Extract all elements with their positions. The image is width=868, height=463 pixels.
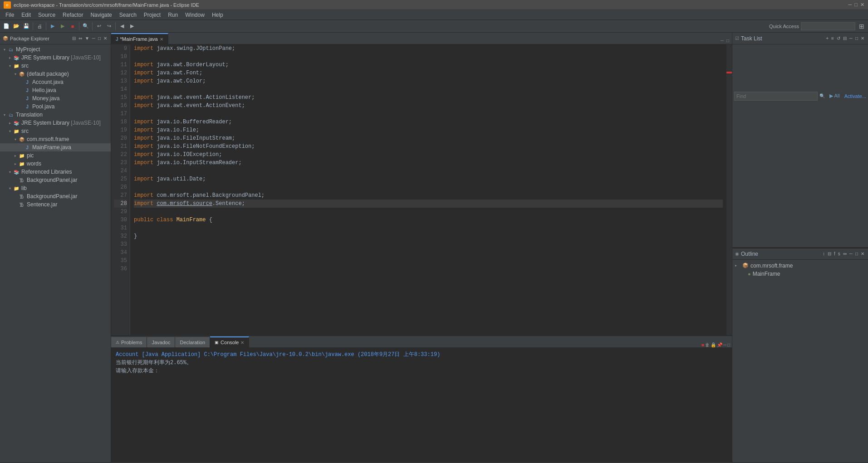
- menu-project[interactable]: Project: [140, 11, 164, 19]
- link-editor-btn[interactable]: ⇔: [78, 35, 83, 41]
- expand-default-pkg[interactable]: [13, 71, 18, 77]
- task-maximize-btn[interactable]: □: [854, 35, 859, 41]
- expand-lib[interactable]: [7, 185, 13, 191]
- stop-btn[interactable]: ■: [68, 22, 77, 31]
- outline-close-btn[interactable]: ✕: [860, 251, 865, 257]
- tree-item-account[interactable]: J Account.java: [0, 78, 111, 86]
- menu-search[interactable]: Search: [116, 11, 140, 19]
- outline-collapse-btn[interactable]: ⊟: [827, 251, 832, 257]
- tab-mainframe-java[interactable]: J *MainFrame.java ✕: [111, 33, 168, 44]
- outline-hide-fields-btn[interactable]: f: [833, 251, 836, 257]
- tree-item-translation[interactable]: 🗂 Translation: [0, 111, 111, 119]
- debug-btn[interactable]: ▶: [48, 22, 57, 31]
- expand-jre-translation[interactable]: [7, 120, 13, 126]
- tree-item-jre-myproject[interactable]: 📚 JRE System Library [JavaSE-10]: [0, 54, 111, 62]
- task-close-btn[interactable]: ✕: [860, 35, 865, 41]
- tab-console[interactable]: ▣ Console ✕: [210, 336, 249, 347]
- outline-item-package[interactable]: ▸ 📦 com.mrsoft.frame: [735, 262, 865, 270]
- tab-console-close[interactable]: ✕: [240, 340, 244, 345]
- tree-item-src-myproject[interactable]: 📁 src: [0, 62, 111, 70]
- tab-problems[interactable]: ⚠ Problems: [111, 336, 147, 347]
- tree-item-money[interactable]: J Money.java: [0, 94, 111, 102]
- search-btn[interactable]: 🔍: [81, 22, 90, 31]
- minimize-editor-btn[interactable]: ─: [720, 37, 725, 44]
- maximize-editor-btn[interactable]: □: [726, 37, 730, 44]
- task-find-input[interactable]: [734, 92, 818, 101]
- tree-item-words[interactable]: 📁 words: [0, 160, 111, 168]
- expand-src-translation[interactable]: [7, 128, 13, 134]
- minimize-btn[interactable]: ─: [848, 2, 852, 8]
- tree-item-ref-libraries[interactable]: 📚 Referenced Libraries: [0, 168, 111, 176]
- tree-item-bgpanel-jar-ref[interactable]: 🗜 BackgroundPanel.jar: [0, 176, 111, 184]
- menu-navigate[interactable]: Navigate: [87, 11, 115, 19]
- expand-pic[interactable]: [13, 153, 18, 158]
- tree-item-hello[interactable]: J Hello.java: [0, 86, 111, 94]
- expand-com-mrsoft-frame[interactable]: [13, 136, 18, 142]
- minimize-panel-btn[interactable]: ─: [91, 35, 96, 41]
- task-collapse-btn[interactable]: ⊟: [842, 35, 848, 41]
- prev-btn[interactable]: ◀: [118, 22, 127, 31]
- tree-item-pic[interactable]: 📁 pic: [0, 151, 111, 160]
- print-btn[interactable]: 🖨: [35, 22, 44, 31]
- menu-refactor[interactable]: Refactor: [59, 11, 87, 19]
- outline-sort-btn[interactable]: ↕: [822, 251, 826, 257]
- maximize-bottom-btn[interactable]: □: [727, 342, 730, 347]
- close-panel-btn[interactable]: ✕: [103, 35, 108, 41]
- undo-btn[interactable]: ↩: [94, 22, 103, 31]
- tree-item-myproject[interactable]: 🗂 MyProject: [0, 45, 111, 54]
- task-filter-btn[interactable]: ≡: [830, 35, 835, 41]
- outline-hide-static-btn[interactable]: s: [837, 251, 841, 257]
- menu-edit[interactable]: Edit: [18, 11, 34, 19]
- scroll-lock-btn[interactable]: 🔒: [711, 342, 716, 347]
- outline-maximize-btn[interactable]: □: [854, 251, 859, 257]
- menu-source[interactable]: Source: [34, 11, 59, 19]
- minimize-bottom-btn[interactable]: ─: [723, 342, 726, 347]
- tab-close-mainframe[interactable]: ✕: [160, 37, 163, 42]
- task-minimize-btn[interactable]: ─: [848, 35, 853, 41]
- perspectives-btn[interactable]: ⊞: [857, 22, 866, 31]
- quick-access-input[interactable]: [801, 22, 855, 30]
- tab-declaration[interactable]: Declaration: [175, 336, 210, 347]
- expand-jre-myproject[interactable]: [7, 55, 13, 60]
- tree-item-com-mrsoft-frame[interactable]: 📦 com.mrsoft.frame: [0, 135, 111, 143]
- outline-item-mainframe[interactable]: ● MainFrame: [735, 270, 865, 278]
- tree-item-default-pkg[interactable]: 📦 (default package): [0, 70, 111, 78]
- tab-javadoc[interactable]: Javadoc: [147, 336, 175, 347]
- run-btn[interactable]: ▶: [58, 22, 67, 31]
- expand-src-myproject[interactable]: [7, 63, 13, 68]
- tree-item-bgpanel-jar-lib[interactable]: 🗜 BackgroundPanel.jar: [0, 192, 111, 200]
- code-content[interactable]: import javax.swing.JOptionPane; import j…: [130, 44, 726, 335]
- tree-item-src-translation[interactable]: 📁 src: [0, 127, 111, 135]
- save-btn[interactable]: 💾: [22, 22, 31, 31]
- menu-file[interactable]: File: [2, 11, 18, 19]
- outline-minimize-btn[interactable]: ─: [848, 251, 853, 257]
- close-btn[interactable]: ✕: [860, 2, 864, 8]
- menu-help[interactable]: Help: [208, 11, 227, 19]
- menu-run[interactable]: Run: [164, 11, 181, 19]
- tree-item-sentence-jar[interactable]: 🗜 Sentence.jar: [0, 200, 111, 209]
- collapse-all-btn[interactable]: ⊟: [71, 35, 77, 41]
- expand-myproject[interactable]: [2, 47, 7, 52]
- expand-words[interactable]: [13, 161, 18, 166]
- find-search-btn[interactable]: 🔍: [819, 93, 825, 98]
- menu-window[interactable]: Window: [181, 11, 208, 19]
- tree-item-lib[interactable]: 📁 lib: [0, 184, 111, 192]
- pin-console-btn[interactable]: 📌: [717, 342, 722, 347]
- pkg-menu-btn[interactable]: ▼: [84, 35, 90, 41]
- outline-sync-btn[interactable]: ⇔: [842, 251, 848, 257]
- task-new-btn[interactable]: +: [825, 35, 829, 41]
- tree-item-pool[interactable]: J Pool.java: [0, 102, 111, 111]
- clear-console-btn[interactable]: 🗑: [705, 342, 710, 347]
- next-btn[interactable]: ▶: [128, 22, 137, 31]
- expand-ref-libraries[interactable]: [7, 169, 13, 175]
- task-refresh-btn[interactable]: ↺: [836, 35, 841, 41]
- new-btn[interactable]: 📄: [2, 22, 11, 31]
- task-all-btn[interactable]: ▶ All: [827, 92, 843, 100]
- maximize-panel-btn[interactable]: □: [97, 35, 102, 41]
- maximize-btn[interactable]: □: [854, 2, 858, 8]
- stop-console-btn[interactable]: ■: [701, 342, 704, 347]
- redo-btn[interactable]: ↪: [104, 22, 113, 31]
- open-btn[interactable]: 📂: [12, 22, 21, 31]
- tree-item-jre-translation[interactable]: 📚 JRE System Library [JavaSE-10]: [0, 119, 111, 127]
- expand-translation[interactable]: [2, 112, 7, 117]
